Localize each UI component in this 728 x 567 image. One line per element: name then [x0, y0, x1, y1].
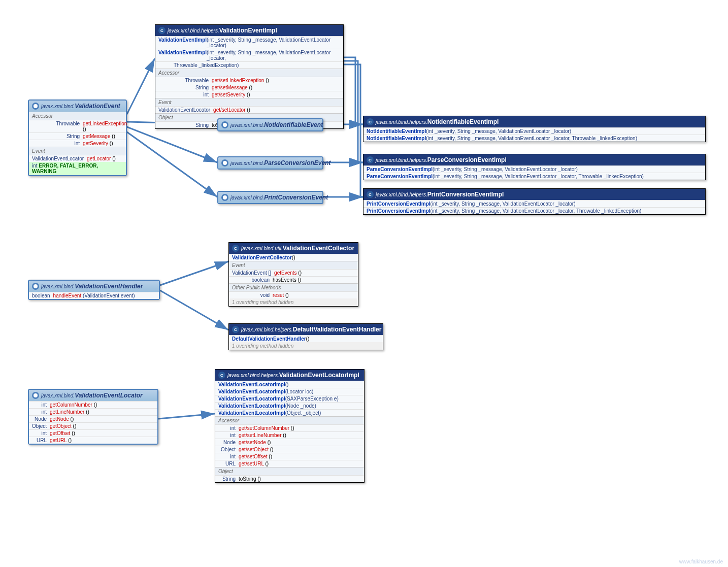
constructor-row: ValidationEventImpl (int _severity, Stri… [155, 36, 343, 49]
constructor-row: ValidationEventLocatorImpl (SAXParseExce… [215, 395, 364, 402]
class-icon [232, 326, 239, 333]
method-row: ValidationEventLocatorgetLocator () [29, 155, 126, 162]
method-row: intgetOffset () [29, 429, 157, 437]
method-row: StringtoString () [215, 475, 364, 482]
constructor-row: ParseConversionEventImpl (int _severity,… [363, 165, 705, 173]
class-header: javax.xml.bind.NotIdentifiableEvent [218, 119, 322, 130]
svg-line-8 [160, 290, 228, 330]
class-header: javax.xml.bind.ValidationEvent [29, 101, 126, 112]
section-label: Object [215, 467, 364, 475]
method-row: NodegetNode () [29, 415, 157, 422]
svg-line-2 [127, 127, 217, 162]
constructor-row: DefaultValidationEventHandler () [229, 335, 383, 342]
interface-icon [221, 121, 228, 128]
interface-icon [32, 103, 39, 110]
class-validation-event-collector[interactable]: javax.xml.bind.util.ValidationEventColle… [228, 242, 358, 307]
interface-not-identifiable-event[interactable]: javax.xml.bind.NotIdentifiableEvent [217, 118, 323, 131]
method-row: Nodeget/setNode () [215, 439, 364, 446]
constructor-row: ValidationEventLocatorImpl () [215, 381, 364, 388]
class-header: javax.xml.bind.helpers.PrintConversionEv… [363, 189, 705, 200]
class-icon [367, 156, 374, 163]
class-header: javax.xml.bind.helpers.NotIdentifiableEv… [363, 116, 705, 127]
interface-parse-conversion-event[interactable]: javax.xml.bind.ParseConversionEvent [217, 156, 323, 170]
method-row: ThrowablegetLinkedException () [29, 120, 126, 132]
svg-line-7 [160, 261, 228, 285]
method-row: intget/setLineNumber () [215, 431, 364, 439]
class-icon [367, 118, 374, 125]
interface-icon [32, 283, 39, 290]
method-row: ObjectgetObject () [29, 422, 157, 429]
svg-line-0 [127, 58, 155, 114]
method-row: StringgetMessage () [29, 132, 126, 140]
class-icon [158, 27, 166, 34]
method-row: intget/setOffset () [215, 453, 364, 460]
constructor-row: PrintConversionEventImpl (int _severity,… [363, 200, 705, 207]
method-row: voidreset () [229, 291, 358, 298]
svg-line-3 [127, 132, 217, 197]
constants-row: int ERROR, FATAL_ERROR, WARNING [29, 162, 126, 175]
section-label: Accessor [215, 416, 364, 424]
method-row: ValidationEvent []getEvents () [229, 269, 358, 276]
method-row: URLget/setURL () [215, 460, 364, 467]
section-label: Accessor [29, 112, 126, 120]
constructor-row: ValidationEventLocatorImpl (Locator loc) [215, 388, 364, 395]
class-print-conversion-event-impl[interactable]: javax.xml.bind.helpers.PrintConversionEv… [363, 188, 706, 215]
class-header: javax.xml.bind.helpers.ValidationEventIm… [155, 25, 343, 36]
interface-validation-event[interactable]: javax.xml.bind.ValidationEvent Accessor … [28, 99, 127, 176]
interface-validation-event-locator[interactable]: javax.xml.bind.ValidationEventLocator in… [28, 389, 158, 445]
section-label: Event [229, 261, 358, 269]
class-header: javax.xml.bind.helpers.ParseConversionEv… [363, 154, 705, 165]
class-header: javax.xml.bind.helpers.ValidationEventLo… [215, 370, 364, 381]
svg-line-9 [158, 414, 215, 419]
class-not-identifiable-event-impl[interactable]: javax.xml.bind.helpers.NotIdentifiableEv… [363, 116, 706, 142]
method-row: booleanhasEvents () [229, 276, 358, 283]
class-default-validation-event-handler[interactable]: javax.xml.bind.helpers.DefaultValidation… [228, 323, 383, 350]
method-row: booleanhandleEvent (ValidationEvent even… [29, 292, 159, 299]
constructor-row: ValidationEventLocatorImpl (Object _obje… [215, 409, 364, 416]
constructor-row: ValidationEventCollector () [229, 254, 358, 261]
method-row: Objectget/setObject () [215, 446, 364, 453]
interface-print-conversion-event[interactable]: javax.xml.bind.PrintConversionEvent [217, 191, 323, 204]
method-row: ValidationEventLocatorget/setLocator () [155, 106, 343, 113]
constructor-row-cont: Throwable _linkedException) [155, 61, 343, 69]
section-label: Accessor [155, 69, 343, 77]
section-label: Event [155, 98, 343, 106]
method-row: intgetLineNumber () [29, 408, 157, 415]
constructor-row: NotIdentifiableEventImpl (int _severity,… [363, 127, 705, 135]
section-label: Other Public Methods [229, 283, 358, 291]
method-row: intgetColumnNumber () [29, 401, 157, 408]
class-icon [218, 372, 225, 379]
class-header: javax.xml.bind.util.ValidationEventColle… [229, 243, 358, 254]
method-row: Stringget/setMessage () [155, 84, 343, 91]
constructor-row: ValidationEventImpl (int _severity, Stri… [155, 49, 343, 61]
class-validation-event-impl[interactable]: javax.xml.bind.helpers.ValidationEventIm… [155, 24, 344, 129]
class-validation-event-locator-impl[interactable]: javax.xml.bind.helpers.ValidationEventLo… [215, 369, 365, 483]
class-header: javax.xml.bind.helpers.DefaultValidation… [229, 324, 383, 335]
constructor-row: ParseConversionEventImpl (int _severity,… [363, 173, 705, 180]
hidden-methods-note: 1 overriding method hidden [229, 298, 358, 306]
method-row: URLgetURL () [29, 437, 157, 444]
class-icon [232, 245, 239, 252]
interface-icon [221, 194, 228, 201]
section-label: Event [29, 147, 126, 155]
method-row: intget/setColumnNumber () [215, 424, 364, 431]
interface-icon [32, 392, 39, 399]
interface-validation-event-handler[interactable]: javax.xml.bind.ValidationEventHandler bo… [28, 280, 160, 300]
method-row: Throwableget/setLinkedException () [155, 77, 343, 84]
constructor-row: NotIdentifiableEventImpl (int _severity,… [363, 135, 705, 142]
constructor-row: PrintConversionEventImpl (int _severity,… [363, 207, 705, 214]
class-parse-conversion-event-impl[interactable]: javax.xml.bind.helpers.ParseConversionEv… [363, 154, 706, 180]
class-header: javax.xml.bind.ValidationEventHandler [29, 281, 159, 292]
hidden-methods-note: 1 overriding method hidden [229, 342, 383, 350]
method-row: intgetSeverity () [29, 140, 126, 147]
class-header: javax.xml.bind.PrintConversionEvent [218, 192, 322, 203]
class-header: javax.xml.bind.ValidationEventLocator [29, 390, 157, 401]
watermark: www.falkhausen.de [679, 559, 723, 564]
class-header: javax.xml.bind.ParseConversionEvent [218, 157, 322, 169]
constructor-row: ValidationEventLocatorImpl (Node _node) [215, 402, 364, 409]
method-row: intget/setSeverity () [155, 91, 343, 98]
class-icon [367, 191, 374, 198]
interface-icon [221, 159, 228, 166]
